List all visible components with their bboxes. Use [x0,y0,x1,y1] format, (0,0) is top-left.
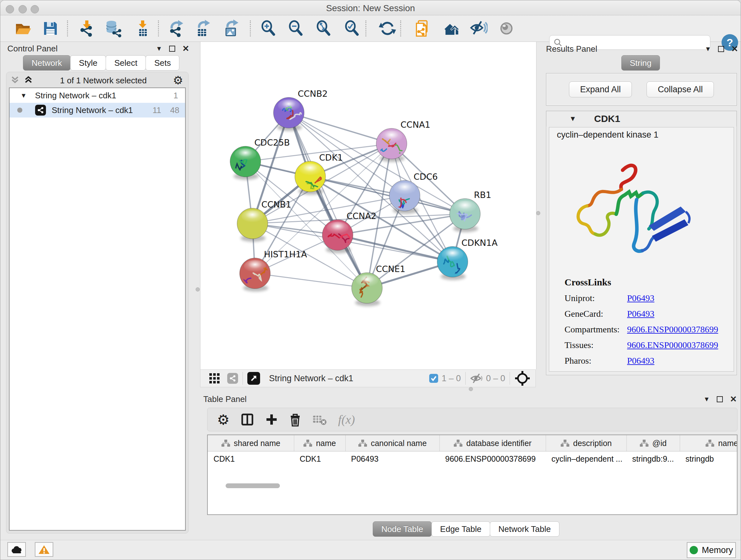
float-panel-icon[interactable] [717,396,723,402]
collapse-all-button[interactable]: Collapse All [647,81,714,98]
delete-table-icon[interactable] [313,413,327,426]
horizontal-scrollbar[interactable] [226,483,280,488]
node-label-CDKN1A: CDKN1A [461,238,498,248]
table-header-row: shared namenamecanonical namedatabase id… [208,435,737,451]
crosslink-link[interactable]: 9606.ENSP00000378699 [627,340,718,350]
add-column-icon[interactable] [265,413,278,426]
tab-node-table[interactable]: Node Table [373,521,432,537]
expand-all-button[interactable]: Expand All [569,81,632,98]
column-header-namespace[interactable]: namespace [680,435,738,451]
hide-selected-icon[interactable] [470,19,488,37]
crosslink-link[interactable]: 9606.ENSP00000378699 [627,324,718,334]
crosslink-link[interactable]: P06493 [627,356,655,366]
column-header--id[interactable]: @id [626,435,680,451]
open-session-icon[interactable] [14,19,31,37]
tab-network-table[interactable]: Network Table [490,521,559,537]
import-table-icon[interactable] [134,19,151,37]
crosslink-link[interactable]: P06493 [627,309,655,319]
float-panel-icon[interactable] [718,46,724,52]
memory-button[interactable]: Memory [687,542,736,558]
network-collection-row[interactable]: ▼ String Network – cdk1 1 [10,88,185,103]
tab-network[interactable]: Network [23,55,71,71]
export-network-icon[interactable] [167,19,185,37]
table-body: CDK1CDK1P064939606.ENSP00000378699cyclin… [208,451,737,466]
copy-network-icon[interactable] [414,19,431,37]
home-icon[interactable] [442,19,460,37]
open-in-window-icon[interactable] [247,372,260,385]
tab-style[interactable]: Style [70,55,106,71]
column-header-database-identifier[interactable]: database identifier [440,435,546,451]
show-columns-icon[interactable] [240,413,254,427]
node-HIST1H1A[interactable] [237,258,271,292]
export-image-icon[interactable] [222,19,240,37]
left-splitter-handle[interactable] [196,287,200,292]
network-row[interactable]: String Network – cdk1 11 48 [10,103,185,118]
panel-menu-icon[interactable]: ▼ [704,45,711,53]
node-CDK1[interactable] [295,161,326,195]
collapse-collection-icon[interactable]: ▼ [20,92,27,99]
column-header-canonical-name[interactable]: canonical name [345,435,440,451]
zoom-selected-icon[interactable] [343,19,361,37]
close-panel-icon[interactable]: ✕ [731,44,738,54]
collapse-all-icon[interactable] [10,76,20,85]
node-label-RB1: RB1 [474,190,491,200]
birdseye-view-icon[interactable] [515,370,530,386]
cloud-status-button[interactable] [7,542,26,557]
share-view-icon[interactable] [227,373,238,384]
import-network-icon[interactable] [78,19,96,37]
tab-string[interactable]: String [621,55,660,71]
expand-all-icon[interactable] [23,76,34,85]
gene-section-header[interactable]: ▼ CDK1 [546,111,737,126]
zoom-fit-icon[interactable] [315,19,333,37]
network-canvas[interactable]: CCNB2CCNA1CDC25BCDK1CDC6RB1CCNB1CCNA2CDK… [200,42,536,369]
warnings-button[interactable] [35,542,53,557]
tab-edge-table[interactable]: Edge Table [431,521,490,537]
refresh-icon[interactable] [379,19,396,37]
close-panel-icon[interactable]: ✕ [182,44,189,54]
node-CCNB2[interactable] [273,98,304,131]
save-session-icon[interactable] [42,19,59,37]
node-CDC25B[interactable] [230,146,261,180]
tab-sets[interactable]: Sets [145,55,179,71]
panel-menu-icon[interactable]: ▼ [156,45,162,52]
separator [243,372,243,385]
column-header-name[interactable]: name [294,435,345,451]
gear-icon[interactable]: ⚙ [173,74,183,87]
grid-view-icon[interactable] [209,373,220,384]
crosslink-row: Pharos:P06493 [564,356,731,366]
hidden-eye-icon[interactable] [470,373,483,384]
function-builder-icon[interactable]: f(x) [338,413,355,427]
right-splitter-handle[interactable] [536,211,540,215]
column-header-shared-name[interactable]: shared name [208,435,294,451]
node-CDKN1A[interactable] [437,246,468,280]
node-RB1[interactable] [450,199,480,232]
column-network-icon [640,439,649,447]
node-CCNA2[interactable] [322,220,353,253]
zoom-out-icon[interactable] [287,19,305,37]
table-row[interactable]: CDK1CDK1P064939606.ENSP00000378699cyclin… [208,451,737,466]
node-label-CCNA2: CCNA2 [347,211,377,221]
float-panel-icon[interactable] [169,46,175,52]
selected-checkbox-icon[interactable] [429,374,439,383]
delete-column-trash-icon[interactable] [289,413,301,427]
column-network-icon [561,439,569,447]
node-CCNB1[interactable] [237,208,268,242]
tab-select[interactable]: Select [106,55,146,71]
edge-CCNB2-CCNE1[interactable] [289,113,367,288]
crosslink-link[interactable]: P06493 [627,293,655,303]
edge-HIST1H1A-CCNE1[interactable] [255,273,367,288]
close-panel-icon[interactable]: ✕ [730,394,737,404]
node-CCNA1[interactable] [376,128,407,162]
collapse-section-icon[interactable]: ▼ [569,115,576,123]
horizontal-splitter-handle[interactable] [469,387,473,391]
show-all-icon[interactable] [497,19,515,37]
edge-CCNB2-CCNA1[interactable] [289,113,392,144]
node-CCNE1[interactable] [352,273,382,306]
export-table-icon[interactable] [194,19,212,37]
column-network-icon [221,439,230,447]
table-settings-gear-icon[interactable]: ⚙ [217,412,229,428]
panel-menu-icon[interactable]: ▼ [703,395,710,403]
zoom-in-icon[interactable] [259,19,277,37]
column-header-description[interactable]: description [546,435,626,451]
import-database-icon[interactable] [105,19,123,37]
